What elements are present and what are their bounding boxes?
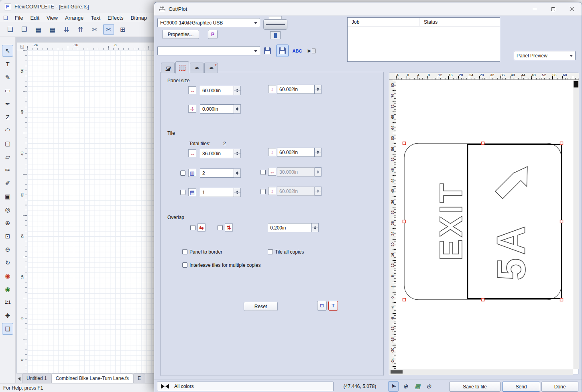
panel-height-field[interactable]: 60.002in (277, 85, 315, 94)
job-list[interactable]: Job Status (347, 17, 500, 62)
tile-rows-checkbox[interactable] (180, 190, 185, 195)
panel-preview-combo[interactable]: Panel Preview (514, 51, 576, 60)
zoom-out-tool[interactable]: ⊖ (2, 244, 13, 255)
material-icon: ◪ (165, 65, 170, 71)
rectangle-tool[interactable]: ▭ (2, 85, 13, 96)
overlap-spinner[interactable] (312, 223, 319, 232)
actual-size-tool[interactable]: 1:1 (2, 297, 13, 308)
open-file-icon[interactable]: ❐ (19, 24, 30, 35)
save-icon[interactable]: ▤ (33, 24, 44, 35)
cursor-coordinates: (47.446, 5.078) (335, 382, 385, 391)
reset-button[interactable]: Reset (244, 302, 278, 311)
tile-text-button[interactable]: T (328, 301, 338, 311)
preview-horizontal-scrollbar[interactable] (389, 369, 573, 375)
tile-rows-spinner[interactable] (234, 188, 241, 197)
document-icon[interactable]: ❏ (3, 15, 8, 21)
interleave-checkbox[interactable] (182, 262, 187, 268)
done-button[interactable]: Done (541, 382, 578, 392)
rip-print-icon[interactable]: ⊞ (117, 24, 128, 35)
panel-margin-spinner[interactable] (234, 104, 241, 114)
overlap-horizontal-icon: ⇆ (197, 223, 206, 232)
document-tab-exit-gore[interactable]: E (133, 374, 145, 383)
brush-tool[interactable]: ✐ (2, 177, 13, 189)
overlap-field[interactable]: 0.200in (268, 223, 312, 232)
tile-column-width-checkbox[interactable] (260, 170, 266, 175)
ruler-label: 4 (397, 73, 407, 77)
import-icon[interactable]: ⇊ (61, 24, 72, 35)
menu-item[interactable]: Arrange (61, 14, 87, 22)
tile-grid-button[interactable]: ⊞ (317, 301, 327, 311)
new-document-icon[interactable]: ❏ (5, 24, 16, 35)
menu-item[interactable]: View (43, 14, 61, 22)
save-as-default-button[interactable] (276, 45, 289, 57)
properties-button[interactable]: Properties... (162, 30, 199, 39)
preview-canvas[interactable]: EXIT 5A (396, 80, 573, 369)
panel-margin-field[interactable]: 0.000in (200, 104, 234, 114)
arc-tool[interactable]: ◠ (2, 124, 13, 136)
save-all-icon[interactable]: ▤ (47, 24, 58, 35)
tile-width-field[interactable]: 36.000in (200, 149, 234, 158)
send-button[interactable]: Send (502, 382, 540, 392)
overlap-horizontal-checkbox[interactable] (190, 225, 195, 230)
overlap-vertical-checkbox[interactable] (218, 225, 223, 230)
vertical-scroll-thumb[interactable] (574, 81, 578, 87)
design-canvas[interactable] (27, 50, 154, 373)
production-manager-button[interactable]: P (208, 30, 218, 39)
document-tab-untitled-1[interactable]: Untitled 1 (22, 374, 51, 383)
page-tool[interactable]: ❏ (2, 323, 13, 335)
menu-item[interactable]: Edit (27, 14, 43, 22)
sign-outline (404, 143, 562, 300)
tile-row-height-checkbox[interactable] (260, 189, 266, 194)
save-settings-button[interactable] (261, 45, 274, 57)
preview-zoom-color-tool[interactable]: ⊛ (423, 381, 434, 392)
close-button[interactable] (562, 2, 581, 16)
tab-panel[interactable] (175, 61, 189, 73)
tile-height-spinner[interactable] (315, 148, 322, 157)
preview-image-tool[interactable]: ▦ (412, 381, 423, 392)
preset-combo[interactable] (157, 46, 260, 55)
tile-width-spinner[interactable] (234, 149, 241, 158)
tab-scroll-left-icon[interactable] (16, 374, 22, 383)
tile-height-field[interactable]: 60.002in (277, 148, 315, 157)
menu-item[interactable]: Effects (104, 14, 127, 22)
export-icon[interactable]: ⇈ (75, 24, 86, 35)
panel-height-spinner[interactable] (315, 85, 322, 94)
menu-item[interactable]: Bitmap (127, 14, 151, 22)
menu-item[interactable]: Text (87, 14, 104, 22)
horizontal-scroll-thumb[interactable] (391, 370, 403, 374)
cut-plot-icon[interactable]: ✂ (103, 24, 114, 35)
panel-width-field[interactable]: 60.000in (200, 86, 234, 95)
overlap-label: Overlap (167, 215, 184, 220)
selection-handles[interactable] (403, 142, 563, 301)
preview-select-tool[interactable]: ➤ (388, 381, 399, 392)
minimize-button[interactable] (525, 2, 544, 16)
tile-columns-spinner[interactable] (234, 169, 241, 178)
tile-all-copies-checkbox[interactable] (268, 249, 273, 254)
all-colors-icon (161, 384, 169, 389)
document-tab-combined-bike-lane[interactable]: Combined Bike Lane-Turn Lane.fs (51, 374, 133, 383)
find-select-green-tool[interactable]: ◉ (2, 283, 13, 295)
zoom-previous-tool[interactable]: ↻ (2, 257, 13, 268)
preview-vertical-scrollbar[interactable] (573, 80, 579, 369)
preview-zoom-tool[interactable]: ⊕ (400, 381, 411, 392)
select-tool[interactable]: ↖ (2, 45, 13, 57)
color-selection-well[interactable]: All colors (157, 382, 334, 391)
save-to-file-button[interactable]: Save to file (449, 382, 501, 392)
tile-columns-checkbox[interactable] (180, 171, 185, 176)
print-icon[interactable]: ✄ (89, 24, 100, 35)
edit-text-button[interactable]: ABC (291, 45, 303, 57)
menu-item[interactable]: File (11, 14, 27, 22)
zoom-tool[interactable]: ◎ (2, 204, 13, 215)
zoom-in-tool[interactable]: ⊕ (2, 217, 13, 229)
tile-rows-field[interactable]: 1 (200, 188, 234, 197)
shape-tool[interactable]: ▢ (2, 138, 13, 149)
eyedropper-tool[interactable]: ✑ (2, 164, 13, 176)
panel-width-spinner[interactable] (234, 86, 241, 95)
send-delete-button[interactable]: ▶ (305, 45, 318, 57)
device-combo[interactable]: FC9000-140@Graphtec USB (157, 18, 260, 27)
column-divider (419, 18, 419, 26)
maximize-button[interactable] (544, 2, 562, 16)
panel-to-border-checkbox[interactable] (182, 249, 187, 254)
tile-columns-field[interactable]: 2 (200, 169, 234, 178)
dialog-titlebar[interactable]: Cut/Plot (154, 2, 582, 16)
